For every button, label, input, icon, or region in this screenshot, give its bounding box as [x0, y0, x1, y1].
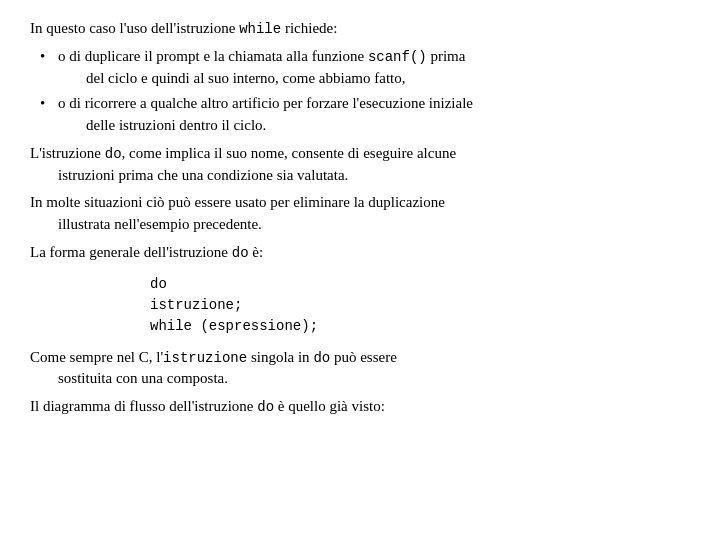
bullet-text-1: o di duplicare il prompt e la chiamata a…	[58, 46, 690, 90]
bullet-item-1: • o di duplicare il prompt e la chiamata…	[40, 46, 690, 90]
code-block: do istruzione; while (espressione);	[150, 274, 690, 337]
para4-text-after: è:	[249, 244, 264, 260]
para5-indent: sostituita con una composta.	[58, 368, 690, 390]
para1-code1: while	[239, 21, 281, 37]
para5-text-mid: singola in	[247, 349, 313, 365]
para6-text-before: Il diagramma di flusso dell'istruzione	[30, 398, 257, 414]
para4-text-before: La forma generale dell'istruzione	[30, 244, 232, 260]
bullet-text-2: o di ricorrere a qualche altro artificio…	[58, 93, 690, 137]
paragraph-5: Come sempre nel C, l'istruzione singola …	[30, 347, 690, 391]
paragraph-2: L'istruzione do, come implica il suo nom…	[30, 143, 690, 187]
para2-text-before: L'istruzione	[30, 145, 105, 161]
para5-code1: istruzione	[163, 350, 247, 366]
bullet1-text-after: prima	[427, 48, 466, 64]
para6-code: do	[257, 399, 274, 415]
para3-indent: illustrata nell'esempio precedente.	[58, 214, 690, 236]
bullet-item-2: • o di ricorrere a qualche altro artific…	[40, 93, 690, 137]
bullet1-text-before: o di duplicare il prompt e la chiamata a…	[58, 48, 368, 64]
paragraph-4: La forma generale dell'istruzione do è:	[30, 242, 690, 264]
bullet1-code: scanf()	[368, 49, 427, 65]
para5-text-after: può essere	[330, 349, 397, 365]
bullet1-indent: del ciclo e quindi al suo interno, come …	[86, 68, 690, 90]
bullet-list: • o di duplicare il prompt e la chiamata…	[40, 46, 690, 137]
para1-text-before: In questo caso l'uso dell'istruzione	[30, 20, 239, 36]
bullet2-indent: delle istruzioni dentro il ciclo.	[86, 115, 690, 137]
page-content: In questo caso l'uso dell'istruzione whi…	[0, 0, 720, 442]
bullet2-text: o di ricorrere a qualche altro artificio…	[58, 95, 473, 111]
para6-text-after: è quello già visto:	[274, 398, 385, 414]
para4-code: do	[232, 245, 249, 261]
para5-code2: do	[313, 350, 330, 366]
para3-text: In molte situazioni ciò può essere usato…	[30, 194, 445, 210]
paragraph-3: In molte situazioni ciò può essere usato…	[30, 192, 690, 236]
code-line-3: while (espressione);	[150, 316, 690, 337]
paragraph-6: Il diagramma di flusso dell'istruzione d…	[30, 396, 690, 418]
paragraph-1: In questo caso l'uso dell'istruzione whi…	[30, 18, 690, 40]
code-line-2: istruzione;	[150, 295, 690, 316]
code-line-1: do	[150, 274, 690, 295]
para2-indent: istruzioni prima che una condizione sia …	[58, 165, 690, 187]
para2-code: do	[105, 146, 122, 162]
bullet-dot-2: •	[40, 93, 58, 137]
bullet-dot-1: •	[40, 46, 58, 90]
para2-text-after: , come implica il suo nome, consente di …	[122, 145, 456, 161]
para5-text-before: Come sempre nel C, l'	[30, 349, 163, 365]
para1-text-after: richiede:	[281, 20, 337, 36]
